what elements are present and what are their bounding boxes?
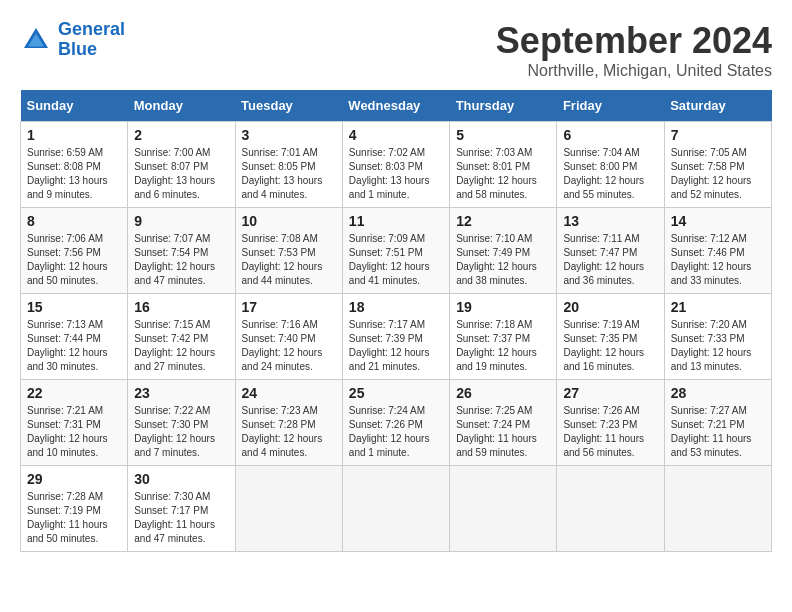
day-number: 28 (671, 385, 765, 401)
day-number: 27 (563, 385, 657, 401)
title-section: September 2024 Northville, Michigan, Uni… (496, 20, 772, 80)
calendar-cell: 25Sunrise: 7:24 AMSunset: 7:26 PMDayligh… (342, 380, 449, 466)
calendar-cell: 16Sunrise: 7:15 AMSunset: 7:42 PMDayligh… (128, 294, 235, 380)
day-info: Sunrise: 7:11 AMSunset: 7:47 PMDaylight:… (563, 232, 657, 288)
day-number: 6 (563, 127, 657, 143)
logo-icon (20, 24, 52, 56)
day-info: Sunrise: 7:13 AMSunset: 7:44 PMDaylight:… (27, 318, 121, 374)
day-number: 26 (456, 385, 550, 401)
day-info: Sunrise: 7:17 AMSunset: 7:39 PMDaylight:… (349, 318, 443, 374)
day-info: Sunrise: 7:22 AMSunset: 7:30 PMDaylight:… (134, 404, 228, 460)
day-info: Sunrise: 7:08 AMSunset: 7:53 PMDaylight:… (242, 232, 336, 288)
calendar-cell: 3Sunrise: 7:01 AMSunset: 8:05 PMDaylight… (235, 122, 342, 208)
calendar-cell: 1Sunrise: 6:59 AMSunset: 8:08 PMDaylight… (21, 122, 128, 208)
day-number: 7 (671, 127, 765, 143)
day-info: Sunrise: 7:24 AMSunset: 7:26 PMDaylight:… (349, 404, 443, 460)
day-info: Sunrise: 7:26 AMSunset: 7:23 PMDaylight:… (563, 404, 657, 460)
calendar-cell: 15Sunrise: 7:13 AMSunset: 7:44 PMDayligh… (21, 294, 128, 380)
day-number: 21 (671, 299, 765, 315)
day-header-wednesday: Wednesday (342, 90, 449, 122)
calendar-cell: 13Sunrise: 7:11 AMSunset: 7:47 PMDayligh… (557, 208, 664, 294)
day-header-thursday: Thursday (450, 90, 557, 122)
calendar-cell: 23Sunrise: 7:22 AMSunset: 7:30 PMDayligh… (128, 380, 235, 466)
day-number: 11 (349, 213, 443, 229)
day-info: Sunrise: 7:25 AMSunset: 7:24 PMDaylight:… (456, 404, 550, 460)
page-header: General Blue September 2024 Northville, … (20, 20, 772, 80)
day-header-tuesday: Tuesday (235, 90, 342, 122)
day-number: 29 (27, 471, 121, 487)
day-number: 22 (27, 385, 121, 401)
calendar-week-row: 22Sunrise: 7:21 AMSunset: 7:31 PMDayligh… (21, 380, 772, 466)
calendar-cell: 30Sunrise: 7:30 AMSunset: 7:17 PMDayligh… (128, 466, 235, 552)
calendar-week-row: 1Sunrise: 6:59 AMSunset: 8:08 PMDaylight… (21, 122, 772, 208)
day-number: 16 (134, 299, 228, 315)
day-number: 19 (456, 299, 550, 315)
calendar-cell: 4Sunrise: 7:02 AMSunset: 8:03 PMDaylight… (342, 122, 449, 208)
day-number: 5 (456, 127, 550, 143)
day-header-monday: Monday (128, 90, 235, 122)
day-number: 15 (27, 299, 121, 315)
calendar-cell: 19Sunrise: 7:18 AMSunset: 7:37 PMDayligh… (450, 294, 557, 380)
day-number: 13 (563, 213, 657, 229)
calendar-week-row: 29Sunrise: 7:28 AMSunset: 7:19 PMDayligh… (21, 466, 772, 552)
calendar-week-row: 8Sunrise: 7:06 AMSunset: 7:56 PMDaylight… (21, 208, 772, 294)
calendar-cell: 26Sunrise: 7:25 AMSunset: 7:24 PMDayligh… (450, 380, 557, 466)
day-info: Sunrise: 7:30 AMSunset: 7:17 PMDaylight:… (134, 490, 228, 546)
day-info: Sunrise: 7:04 AMSunset: 8:00 PMDaylight:… (563, 146, 657, 202)
day-info: Sunrise: 7:15 AMSunset: 7:42 PMDaylight:… (134, 318, 228, 374)
day-header-saturday: Saturday (664, 90, 771, 122)
day-info: Sunrise: 7:02 AMSunset: 8:03 PMDaylight:… (349, 146, 443, 202)
logo: General Blue (20, 20, 125, 60)
calendar-cell: 12Sunrise: 7:10 AMSunset: 7:49 PMDayligh… (450, 208, 557, 294)
calendar-cell: 2Sunrise: 7:00 AMSunset: 8:07 PMDaylight… (128, 122, 235, 208)
calendar-cell: 9Sunrise: 7:07 AMSunset: 7:54 PMDaylight… (128, 208, 235, 294)
calendar-cell: 11Sunrise: 7:09 AMSunset: 7:51 PMDayligh… (342, 208, 449, 294)
day-info: Sunrise: 7:21 AMSunset: 7:31 PMDaylight:… (27, 404, 121, 460)
calendar-cell: 24Sunrise: 7:23 AMSunset: 7:28 PMDayligh… (235, 380, 342, 466)
calendar-cell (450, 466, 557, 552)
logo-line1: General (58, 19, 125, 39)
calendar-cell (557, 466, 664, 552)
day-info: Sunrise: 7:00 AMSunset: 8:07 PMDaylight:… (134, 146, 228, 202)
day-number: 17 (242, 299, 336, 315)
logo-text: General Blue (58, 20, 125, 60)
calendar-cell: 20Sunrise: 7:19 AMSunset: 7:35 PMDayligh… (557, 294, 664, 380)
day-info: Sunrise: 7:07 AMSunset: 7:54 PMDaylight:… (134, 232, 228, 288)
calendar-cell: 8Sunrise: 7:06 AMSunset: 7:56 PMDaylight… (21, 208, 128, 294)
day-info: Sunrise: 7:19 AMSunset: 7:35 PMDaylight:… (563, 318, 657, 374)
day-number: 14 (671, 213, 765, 229)
day-number: 8 (27, 213, 121, 229)
day-info: Sunrise: 7:03 AMSunset: 8:01 PMDaylight:… (456, 146, 550, 202)
calendar-header-row: SundayMondayTuesdayWednesdayThursdayFrid… (21, 90, 772, 122)
calendar-table: SundayMondayTuesdayWednesdayThursdayFrid… (20, 90, 772, 552)
calendar-cell: 17Sunrise: 7:16 AMSunset: 7:40 PMDayligh… (235, 294, 342, 380)
day-number: 1 (27, 127, 121, 143)
day-number: 23 (134, 385, 228, 401)
day-info: Sunrise: 7:06 AMSunset: 7:56 PMDaylight:… (27, 232, 121, 288)
calendar-cell: 6Sunrise: 7:04 AMSunset: 8:00 PMDaylight… (557, 122, 664, 208)
logo-line2: Blue (58, 39, 97, 59)
day-header-friday: Friday (557, 90, 664, 122)
day-info: Sunrise: 7:09 AMSunset: 7:51 PMDaylight:… (349, 232, 443, 288)
calendar-week-row: 15Sunrise: 7:13 AMSunset: 7:44 PMDayligh… (21, 294, 772, 380)
day-info: Sunrise: 7:23 AMSunset: 7:28 PMDaylight:… (242, 404, 336, 460)
page-subtitle: Northville, Michigan, United States (496, 62, 772, 80)
day-number: 20 (563, 299, 657, 315)
day-number: 30 (134, 471, 228, 487)
day-info: Sunrise: 7:10 AMSunset: 7:49 PMDaylight:… (456, 232, 550, 288)
day-info: Sunrise: 7:28 AMSunset: 7:19 PMDaylight:… (27, 490, 121, 546)
day-info: Sunrise: 7:20 AMSunset: 7:33 PMDaylight:… (671, 318, 765, 374)
calendar-cell: 21Sunrise: 7:20 AMSunset: 7:33 PMDayligh… (664, 294, 771, 380)
calendar-cell: 14Sunrise: 7:12 AMSunset: 7:46 PMDayligh… (664, 208, 771, 294)
day-number: 18 (349, 299, 443, 315)
day-number: 9 (134, 213, 228, 229)
day-info: Sunrise: 7:16 AMSunset: 7:40 PMDaylight:… (242, 318, 336, 374)
day-number: 24 (242, 385, 336, 401)
calendar-cell: 29Sunrise: 7:28 AMSunset: 7:19 PMDayligh… (21, 466, 128, 552)
calendar-cell: 5Sunrise: 7:03 AMSunset: 8:01 PMDaylight… (450, 122, 557, 208)
calendar-cell: 10Sunrise: 7:08 AMSunset: 7:53 PMDayligh… (235, 208, 342, 294)
day-number: 12 (456, 213, 550, 229)
day-number: 25 (349, 385, 443, 401)
calendar-cell: 18Sunrise: 7:17 AMSunset: 7:39 PMDayligh… (342, 294, 449, 380)
calendar-cell: 28Sunrise: 7:27 AMSunset: 7:21 PMDayligh… (664, 380, 771, 466)
